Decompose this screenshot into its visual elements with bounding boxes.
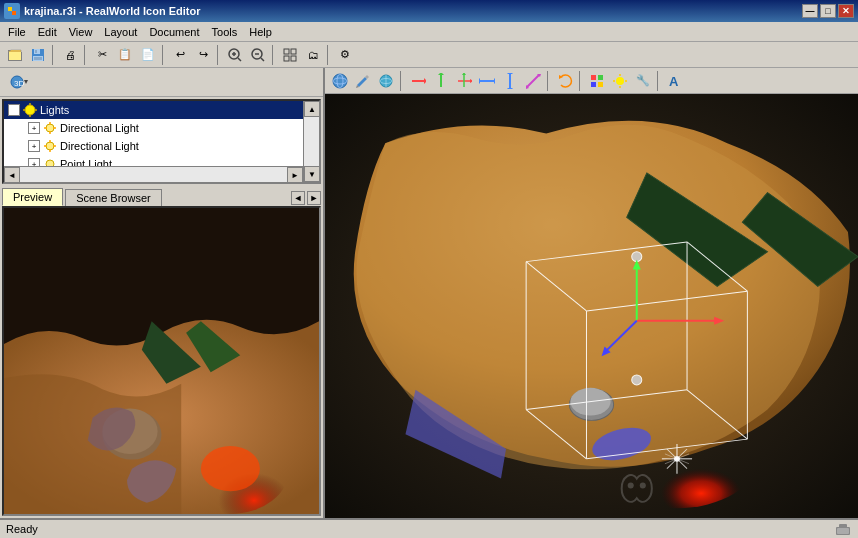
- scroll-down-btn[interactable]: ▼: [304, 166, 320, 182]
- tb2-scale-both[interactable]: [522, 70, 544, 92]
- tb2-globe[interactable]: [375, 70, 397, 92]
- tb-undo[interactable]: ↩: [169, 44, 191, 66]
- tree-scrollbar-h[interactable]: ◄ ►: [4, 166, 303, 182]
- tree-item-lights[interactable]: - Lights: [4, 101, 319, 119]
- svg-marker-64: [494, 78, 495, 84]
- close-button[interactable]: ✕: [838, 4, 854, 18]
- menu-bar: File Edit View Layout Document Tools Hel…: [0, 22, 858, 42]
- menu-layout[interactable]: Layout: [98, 24, 143, 40]
- svg-rect-1: [8, 7, 12, 11]
- expand-dir1[interactable]: +: [28, 122, 40, 134]
- separator-6: [327, 45, 331, 65]
- scroll-up-btn[interactable]: ▲: [304, 101, 320, 117]
- menu-file[interactable]: File: [2, 24, 32, 40]
- tb2-move-y[interactable]: [430, 70, 452, 92]
- svg-point-32: [46, 124, 54, 132]
- tb2-light[interactable]: [609, 70, 631, 92]
- svg-point-45: [201, 446, 260, 491]
- menu-view[interactable]: View: [63, 24, 99, 40]
- svg-marker-26: [24, 80, 28, 84]
- left-panel: 3D - Lights + Directional Light + Direct…: [0, 68, 325, 518]
- 3d-viewport[interactable]: [325, 94, 858, 518]
- separator-5: [272, 45, 276, 65]
- tb-save[interactable]: [27, 44, 49, 66]
- tab-nav-prev[interactable]: ◄: [291, 191, 305, 205]
- svg-rect-118: [837, 528, 849, 534]
- menu-help[interactable]: Help: [243, 24, 278, 40]
- tab-nav-next[interactable]: ►: [307, 191, 321, 205]
- viewport-scene: [325, 94, 858, 518]
- expand-dir2[interactable]: +: [28, 140, 40, 152]
- tb-settings[interactable]: ⚙: [334, 44, 356, 66]
- svg-point-114: [628, 483, 634, 489]
- tree-item-dir2[interactable]: + Directional Light: [4, 137, 319, 155]
- tree-item-dir2-label: Directional Light: [60, 140, 139, 152]
- tb2-pencil[interactable]: [352, 70, 374, 92]
- svg-marker-66: [507, 73, 513, 74]
- toolbar-1: 🖨 ✂ 📋 📄 ↩ ↪ 🗂 ⚙: [0, 42, 858, 68]
- menu-tools[interactable]: Tools: [206, 24, 244, 40]
- tb2-color[interactable]: [586, 70, 608, 92]
- scroll-right-btn[interactable]: ►: [287, 167, 303, 183]
- svg-point-90: [674, 456, 680, 462]
- svg-line-68: [527, 75, 539, 87]
- tb2-text[interactable]: A: [664, 70, 686, 92]
- preview-scene: [4, 208, 319, 514]
- svg-rect-22: [284, 56, 289, 61]
- tb-copy[interactable]: 📋: [114, 44, 136, 66]
- toolbar-2: 🔧 A: [325, 68, 858, 94]
- tab-nav: ◄ ►: [291, 191, 321, 206]
- tab-preview[interactable]: Preview: [2, 188, 63, 206]
- tb-open[interactable]: [4, 44, 26, 66]
- svg-marker-57: [438, 73, 444, 75]
- status-icon: [834, 519, 852, 537]
- minimize-button[interactable]: —: [802, 4, 818, 18]
- tb2-move-xy[interactable]: [453, 70, 475, 92]
- menu-document[interactable]: Document: [143, 24, 205, 40]
- svg-marker-60: [470, 79, 472, 83]
- status-bar: Ready: [0, 518, 858, 538]
- tree-view: - Lights + Directional Light + Direction…: [2, 99, 321, 184]
- left-panel-dropdown[interactable]: 3D: [4, 71, 34, 93]
- tb-grid[interactable]: [279, 44, 301, 66]
- tb-paste[interactable]: 📄: [137, 44, 159, 66]
- tb-zoom-out[interactable]: [247, 44, 269, 66]
- svg-point-27: [25, 105, 35, 115]
- svg-point-76: [616, 77, 624, 85]
- tab-scene-browser[interactable]: Scene Browser: [65, 189, 162, 206]
- svg-marker-67: [507, 88, 513, 89]
- scroll-left-btn[interactable]: ◄: [4, 167, 20, 183]
- svg-marker-61: [462, 73, 466, 75]
- tb2-wrench[interactable]: 🔧: [632, 70, 654, 92]
- svg-point-107: [632, 375, 642, 385]
- svg-rect-21: [291, 49, 296, 54]
- tree-item-lights-label: Lights: [40, 104, 69, 116]
- svg-rect-10: [35, 50, 37, 53]
- tree-item-dir1-label: Directional Light: [60, 122, 139, 134]
- preview-area: [2, 206, 321, 516]
- tb-cut[interactable]: ✂: [91, 44, 113, 66]
- menu-edit[interactable]: Edit: [32, 24, 63, 40]
- svg-rect-72: [591, 75, 596, 80]
- maximize-button[interactable]: □: [820, 4, 836, 18]
- svg-point-37: [46, 142, 54, 150]
- tb2-scale-v[interactable]: [499, 70, 521, 92]
- tb-layers[interactable]: 🗂: [302, 44, 324, 66]
- tb-zoom-in[interactable]: [224, 44, 246, 66]
- tb2-rotate[interactable]: [554, 70, 576, 92]
- scroll-track-h: [20, 167, 287, 182]
- tb-print[interactable]: 🖨: [59, 44, 81, 66]
- tb2-scale-h[interactable]: [476, 70, 498, 92]
- svg-marker-63: [479, 78, 480, 84]
- svg-line-18: [261, 58, 264, 61]
- tree-scrollbar-v[interactable]: ▲ ▼: [303, 101, 319, 182]
- expand-lights[interactable]: -: [8, 104, 20, 116]
- svg-line-14: [238, 58, 241, 61]
- app-icon: [4, 3, 20, 19]
- tb-redo[interactable]: ↪: [192, 44, 214, 66]
- tree-item-dir1[interactable]: + Directional Light: [4, 119, 319, 137]
- tb2-move-x[interactable]: [407, 70, 429, 92]
- tb2-sphere[interactable]: [329, 70, 351, 92]
- tb2-sep2: [547, 71, 551, 91]
- svg-rect-23: [291, 56, 296, 61]
